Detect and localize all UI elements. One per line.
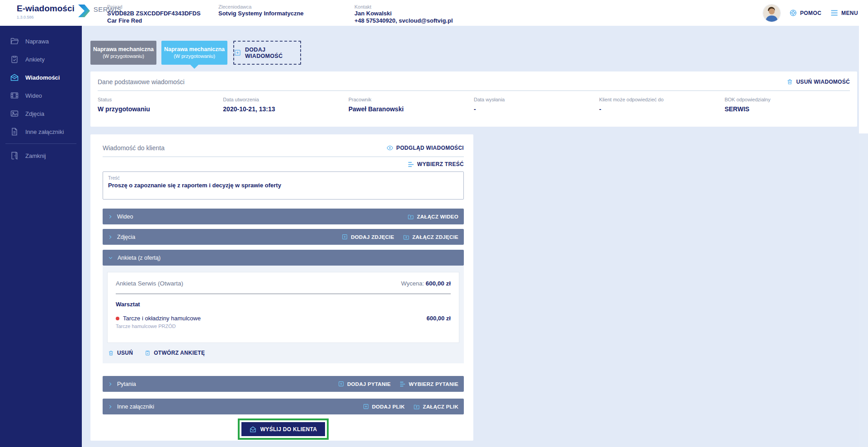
send-to-client-label: WYŚLIJ DO KLIENTA bbox=[260, 426, 317, 433]
remove-survey-button[interactable]: USUŃ bbox=[108, 350, 133, 356]
document-icon bbox=[10, 127, 19, 136]
contact-label: Kontakt bbox=[354, 4, 453, 10]
remove-survey-label: USUŃ bbox=[117, 350, 133, 356]
field-bok: BOK odpowiedzialny SERWIS bbox=[725, 97, 850, 113]
add-message-button[interactable]: DODAJ WIADOMOŚĆ bbox=[233, 41, 301, 65]
brand-arrow-icon bbox=[76, 4, 91, 18]
add-file-button[interactable]: DODAJ PLIK bbox=[363, 404, 405, 409]
app-logo: E-wiadomości 1.3.0.586 SERWIS bbox=[17, 4, 122, 19]
delete-message-button[interactable]: USUŃ WIADOMOŚĆ bbox=[787, 78, 850, 85]
basic-info-panel: Dane podstawowe wiadomości USUŃ WIADOMOŚ… bbox=[90, 71, 857, 127]
trash-icon bbox=[787, 78, 793, 85]
add-photo-button[interactable]: DODAJ ZDJĘCIE bbox=[342, 234, 394, 240]
sidebar-item-ankiety[interactable]: Ankiety bbox=[0, 50, 82, 68]
sidebar-item-zdjecia[interactable]: Zdjęcia bbox=[0, 105, 82, 123]
add-question-button[interactable]: DODAJ PYTANIE bbox=[338, 381, 391, 387]
vehicle-plate: SVDD82B ZSXCDDFDF4343DFDS bbox=[107, 10, 201, 17]
survey-group-title: Warsztat bbox=[116, 301, 451, 308]
attach-video-button[interactable]: ZAŁĄCZ WIDEO bbox=[408, 214, 458, 219]
field-value: 2020-10-21, 13:13 bbox=[223, 105, 348, 113]
page-scrollbar-track[interactable] bbox=[859, 26, 868, 447]
add-file-label: DODAJ PLIK bbox=[372, 404, 405, 409]
tab-title: Naprawa mechaniczna bbox=[164, 46, 225, 53]
choose-content-button[interactable]: WYBIERZ TREŚĆ bbox=[408, 161, 464, 167]
header-vehicle-info: Pojazd SVDD82B ZSXCDDFDF4343DFDS Car Fir… bbox=[107, 4, 201, 24]
field-label: Data wysłania bbox=[474, 97, 599, 102]
sidebar-item-wiadomosci[interactable]: Wiadomości bbox=[0, 68, 82, 86]
panel-divider bbox=[98, 90, 850, 91]
send-to-client-button[interactable]: WYŚLIJ DO KLIENTA bbox=[241, 422, 326, 436]
accordion-title: Pytania bbox=[117, 381, 338, 387]
survey-expanded-body: Ankieta Serwis (Otwarta) Wycena: 600,00 … bbox=[103, 266, 464, 363]
film-icon bbox=[10, 91, 19, 100]
preview-message-button[interactable]: PODGLĄD WIADOMOŚCI bbox=[387, 145, 464, 151]
app-window: E-wiadomości 1.3.0.586 SERWIS Pojazd SVD… bbox=[0, 0, 868, 447]
accordion-questions[interactable]: Pytania DODAJ PYTANIE bbox=[103, 376, 464, 392]
attach-file-button[interactable]: ZAŁĄCZ PLIK bbox=[414, 404, 458, 409]
envelope-open-icon bbox=[250, 426, 256, 433]
survey-item-note: Tarcze hamulcowe PRZÓD bbox=[116, 323, 451, 329]
choose-question-button[interactable]: WYBIERZ PYTANIE bbox=[400, 381, 458, 387]
accordion-video[interactable]: Wideo ZAŁĄCZ WIDEO bbox=[103, 209, 464, 224]
list-lines-icon bbox=[408, 162, 414, 167]
app-version: 1.3.0.586 bbox=[17, 15, 75, 19]
help-label: POMOC bbox=[800, 10, 821, 16]
accordion-title: Zdjęcia bbox=[117, 234, 342, 240]
survey-item-name: Tarcze i okładziny hamulcowe bbox=[123, 315, 427, 322]
tab-message-1[interactable]: Naprawa mechaniczna (W przygotowaniu) bbox=[90, 41, 156, 65]
sidebar-item-zamknij[interactable]: Zamknij bbox=[0, 147, 82, 165]
folder-icon bbox=[10, 37, 19, 46]
field-value: - bbox=[599, 105, 724, 113]
tab-message-2-active[interactable]: Naprawa mechaniczna (W przygotowaniu) bbox=[161, 41, 227, 65]
survey-item-row: Tarcze i okładziny hamulcowe 600,00 zł bbox=[116, 315, 451, 322]
client-message-title: Wiadomość do klienta bbox=[103, 144, 165, 152]
chevron-right-icon bbox=[108, 404, 113, 409]
vehicle-label: Pojazd bbox=[107, 4, 201, 10]
valuation-value: 600,00 zł bbox=[425, 280, 451, 287]
survey-card-title: Ankieta Serwis (Otwarta) bbox=[116, 280, 183, 287]
attach-video-label: ZAŁĄCZ WIDEO bbox=[417, 214, 458, 219]
clipboard-icon bbox=[10, 55, 19, 64]
attach-photo-button[interactable]: ZAŁĄCZ ZDJĘCIE bbox=[403, 234, 458, 240]
preview-message-label: PODGLĄD WIADOMOŚCI bbox=[396, 145, 464, 151]
attach-folder-icon bbox=[414, 404, 420, 409]
accordion-title: Inne załączniki bbox=[117, 404, 363, 410]
menu-label: MENU bbox=[841, 10, 858, 16]
accordion-survey[interactable]: Ankieta (z ofertą) bbox=[103, 250, 464, 266]
user-avatar[interactable] bbox=[763, 5, 780, 22]
sidebar-item-label: Naprawa bbox=[25, 38, 49, 45]
attach-file-label: ZAŁĄCZ PLIK bbox=[423, 404, 458, 409]
red-dot-icon bbox=[116, 317, 119, 320]
page-scrollbar-thumb[interactable] bbox=[859, 26, 868, 133]
trash-icon bbox=[108, 350, 114, 356]
message-content-input[interactable]: Treść Proszę o zapoznanie się z raportem… bbox=[103, 171, 464, 200]
sidebar-item-label: Ankiety bbox=[25, 56, 45, 63]
sidebar-item-label: Wiadomości bbox=[25, 74, 60, 81]
attach-photo-label: ZAŁĄCZ ZDJĘCIE bbox=[412, 234, 458, 240]
sidebar-item-label: Zamknij bbox=[25, 152, 46, 159]
content-field-label: Treść bbox=[108, 175, 458, 181]
field-label: Pracownik bbox=[349, 97, 474, 102]
chevron-right-icon bbox=[108, 382, 113, 386]
top-bar: E-wiadomości 1.3.0.586 SERWIS Pojazd SVD… bbox=[0, 0, 868, 26]
field-value: SERWIS bbox=[725, 105, 850, 113]
field-data-wyslania: Data wysłania - bbox=[474, 97, 599, 113]
open-survey-button[interactable]: OTWÓRZ ANKIETĘ bbox=[145, 350, 205, 356]
field-label: Status bbox=[98, 97, 223, 102]
sidebar-item-wideo[interactable]: Wideo bbox=[0, 86, 82, 105]
main-content: Naprawa mechaniczna (W przygotowaniu) Na… bbox=[82, 26, 868, 447]
sidebar-item-naprawa[interactable]: Naprawa bbox=[0, 32, 82, 50]
accordion-photos[interactable]: Zdjęcia DODAJ ZDJĘCIE bbox=[103, 229, 464, 245]
accordion-attachments[interactable]: Inne załączniki DODAJ PLIK bbox=[103, 399, 464, 414]
sidebar-item-inne-zalaczniki[interactable]: Inne załączniki bbox=[0, 123, 82, 141]
help-button[interactable]: POMOC bbox=[789, 9, 821, 17]
client-name: Sotvig Systemy Informatyczne bbox=[218, 10, 304, 17]
chevron-right-icon bbox=[108, 214, 113, 219]
sidebar-item-label: Wideo bbox=[25, 92, 42, 99]
hamburger-icon bbox=[830, 10, 838, 16]
plus-square-icon bbox=[234, 49, 241, 56]
sidebar-item-label: Inne załączniki bbox=[25, 128, 64, 135]
menu-button[interactable]: MENU bbox=[830, 10, 858, 16]
vehicle-model: Car Fire Red bbox=[107, 17, 201, 24]
list-lines-icon bbox=[400, 381, 406, 387]
